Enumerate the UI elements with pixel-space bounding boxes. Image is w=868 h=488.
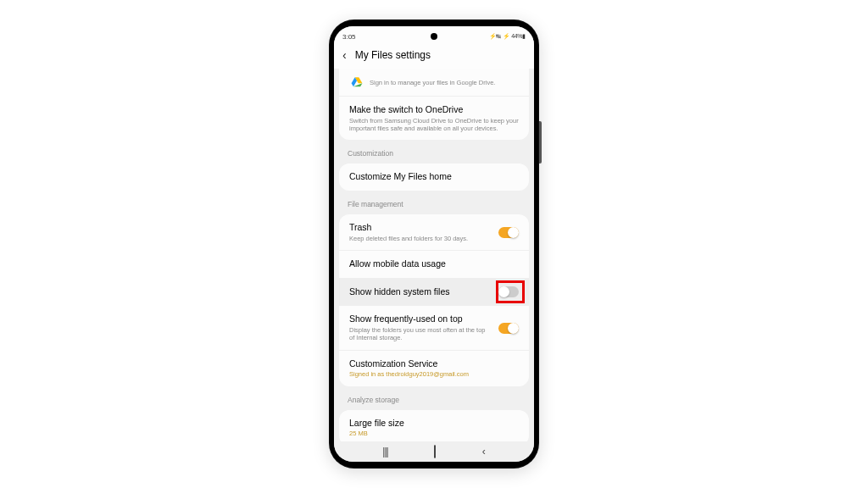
row-subtitle: 25 MB bbox=[349, 430, 519, 437]
row-subtitle: Signed in as thedroidguy2019@gmail.com bbox=[349, 370, 519, 378]
cloud-card: Sign in to manage your files in Google D… bbox=[339, 69, 529, 140]
row-title: Trash bbox=[349, 222, 492, 234]
nav-recents-icon[interactable]: ||| bbox=[382, 446, 387, 458]
row-text: Make the switch to OneDrive Switch from … bbox=[349, 104, 519, 132]
section-analyze-storage: Analyze storage bbox=[334, 391, 534, 408]
row-text: Trash Keep deleted files and folders for… bbox=[349, 222, 492, 242]
row-text: Sign in to manage your files in Google D… bbox=[370, 78, 519, 86]
status-indicators: ⚡↹ ⚡ 44%▮ bbox=[489, 33, 526, 40]
trash-toggle[interactable] bbox=[498, 227, 519, 238]
settings-scroll-area[interactable]: Sign in to manage your files in Google D… bbox=[334, 69, 534, 443]
screen: 3:05 ⚡↹ ⚡ 44%▮ ‹ My Files settings Sign … bbox=[334, 26, 534, 462]
row-mobile-data[interactable]: Allow mobile data usage bbox=[339, 251, 529, 279]
row-text: Show frequently-used on top Display the … bbox=[349, 313, 492, 341]
row-subtitle: Switch from Samsung Cloud Drive to OneDr… bbox=[349, 117, 519, 133]
row-customize-home[interactable]: Customize My Files home bbox=[339, 164, 529, 191]
row-google-drive[interactable]: Sign in to manage your files in Google D… bbox=[339, 69, 529, 97]
nav-home-icon[interactable] bbox=[434, 446, 436, 458]
status-time: 3:05 bbox=[342, 33, 356, 41]
row-large-file-size[interactable]: Large file size 25 MB bbox=[339, 410, 529, 443]
phone-side-button bbox=[539, 121, 542, 164]
back-icon[interactable]: ‹ bbox=[342, 48, 347, 62]
navigation-bar: ||| ‹ bbox=[334, 441, 534, 462]
hidden-files-toggle[interactable] bbox=[498, 286, 519, 297]
row-title: Allow mobile data usage bbox=[349, 258, 519, 270]
row-customization-service[interactable]: Customization Service Signed in as thedr… bbox=[339, 351, 529, 386]
analyze-storage-card: Large file size 25 MB bbox=[339, 410, 529, 443]
row-subtitle: Sign in to manage your files in Google D… bbox=[370, 79, 519, 86]
google-drive-icon bbox=[351, 76, 363, 88]
header: ‹ My Files settings bbox=[334, 43, 534, 69]
section-customization: Customization bbox=[334, 144, 534, 161]
row-title: Customize My Files home bbox=[349, 171, 519, 183]
row-title: Show frequently-used on top bbox=[349, 313, 492, 325]
row-subtitle: Display the folders you use most often a… bbox=[349, 326, 492, 342]
section-file-management: File management bbox=[334, 195, 534, 212]
row-text: Allow mobile data usage bbox=[349, 258, 519, 270]
camera-notch bbox=[431, 33, 437, 40]
row-subtitle: Keep deleted files and folders for 30 da… bbox=[349, 235, 492, 242]
row-title: Customization Service bbox=[349, 358, 519, 370]
row-text: Customize My Files home bbox=[349, 171, 519, 183]
row-trash[interactable]: Trash Keep deleted files and folders for… bbox=[339, 214, 529, 251]
row-text: Large file size 25 MB bbox=[349, 418, 519, 438]
row-onedrive[interactable]: Make the switch to OneDrive Switch from … bbox=[339, 97, 529, 140]
row-frequently-used[interactable]: Show frequently-used on top Display the … bbox=[339, 306, 529, 350]
customization-card: Customize My Files home bbox=[339, 164, 529, 191]
row-title: Show hidden system files bbox=[349, 286, 492, 298]
file-management-card: Trash Keep deleted files and folders for… bbox=[339, 214, 529, 386]
page-title: My Files settings bbox=[355, 49, 431, 61]
row-text: Customization Service Signed in as thedr… bbox=[349, 358, 519, 379]
row-title: Large file size bbox=[349, 418, 519, 430]
nav-back-icon[interactable]: ‹ bbox=[482, 446, 486, 458]
frequently-used-toggle[interactable] bbox=[498, 323, 519, 334]
row-title: Make the switch to OneDrive bbox=[349, 104, 519, 116]
phone-frame: 3:05 ⚡↹ ⚡ 44%▮ ‹ My Files settings Sign … bbox=[329, 19, 539, 469]
row-text: Show hidden system files bbox=[349, 286, 492, 298]
row-hidden-files[interactable]: Show hidden system files bbox=[339, 279, 529, 307]
